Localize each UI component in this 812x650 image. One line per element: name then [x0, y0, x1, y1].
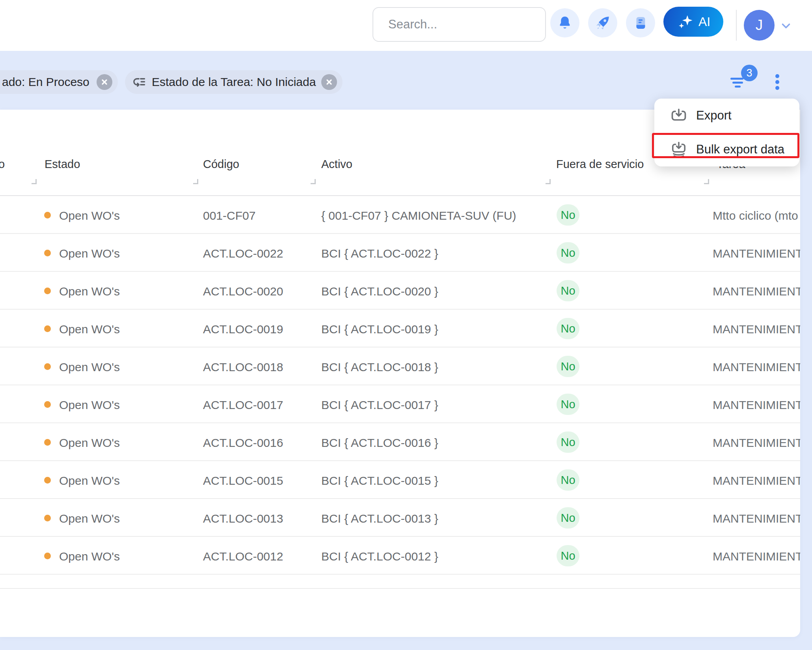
column-resize-handle[interactable]	[193, 179, 198, 184]
cell-tarea: Mtto ciclico (mto	[713, 209, 800, 222]
ai-button-label: AI	[698, 15, 710, 29]
column-resize-handle[interactable]	[311, 179, 316, 184]
status-dot-icon	[44, 553, 51, 559]
cell-activo: BCI { ACT.LOC-0019 }	[321, 323, 438, 336]
table-row[interactable]: Open WO's ACT.LOC-0020 BCI { ACT.LOC-002…	[0, 272, 800, 310]
kebab-menu-icon	[775, 74, 779, 78]
table-row[interactable]: Open WO's ACT.LOC-0015 BCI { ACT.LOC-001…	[0, 461, 800, 499]
status-badge: No	[557, 394, 579, 415]
cell-codigo: ACT.LOC-0013	[203, 512, 283, 525]
filter-chip-estado-tarea[interactable]: Estado de la Tarea: No Iniciada	[125, 70, 343, 94]
column-resize-handle[interactable]	[546, 179, 551, 184]
filter-count-value: 3	[746, 67, 752, 79]
table-end-strip	[0, 575, 800, 589]
ai-assistant-button[interactable]: AI	[663, 7, 723, 37]
avatar[interactable]: J	[744, 10, 775, 41]
top-bar: AI J	[0, 0, 812, 51]
status-badge: No	[557, 356, 579, 377]
cell-estado: Open WO's	[59, 512, 120, 525]
export-menu: Export Bulk export data	[654, 99, 799, 166]
menu-item-bulk-export[interactable]: Bulk export data	[654, 133, 799, 166]
table-row[interactable]: Open WO's ACT.LOC-0022 BCI { ACT.LOC-002…	[0, 234, 800, 272]
rocket-icon	[594, 15, 611, 31]
cell-estado: Open WO's	[59, 398, 120, 412]
status-dot-icon	[44, 212, 51, 219]
status-badge: No	[557, 280, 579, 301]
status-badge: No	[557, 507, 579, 529]
cell-codigo: ACT.LOC-0012	[203, 550, 283, 563]
table-row[interactable]: Open WO's ACT.LOC-0013 BCI { ACT.LOC-001…	[0, 499, 800, 537]
status-dot-icon	[44, 325, 51, 332]
account-menu-button[interactable]	[779, 19, 793, 32]
column-resize-handle[interactable]	[32, 179, 37, 184]
table-row[interactable]: Open WO's ACT.LOC-0016 BCI { ACT.LOC-001…	[0, 423, 800, 461]
criteria-list-icon	[132, 75, 146, 89]
cell-estado: Open WO's	[59, 360, 120, 374]
bulk-download-icon	[670, 140, 687, 159]
cell-codigo: ACT.LOC-0015	[203, 474, 283, 488]
status-dot-icon	[44, 515, 51, 521]
cell-codigo: ACT.LOC-0017	[203, 398, 283, 412]
cell-activo: BCI { ACT.LOC-0017 }	[321, 398, 438, 412]
docs-button[interactable]	[626, 8, 655, 37]
search-input[interactable]	[388, 17, 546, 32]
cell-activo: BCI { ACT.LOC-0015 }	[321, 474, 438, 488]
cell-activo: BCI { ACT.LOC-0013 }	[321, 512, 438, 525]
status-dot-icon	[44, 439, 51, 446]
cell-activo: BCI { ACT.LOC-0018 }	[321, 360, 438, 374]
cell-estado: Open WO's	[59, 209, 120, 222]
kebab-menu-icon	[775, 80, 779, 84]
cell-estado: Open WO's	[59, 323, 120, 336]
column-header-estado[interactable]: Estado	[45, 158, 80, 171]
remove-filter-button[interactable]	[97, 74, 112, 90]
status-dot-icon	[44, 401, 51, 408]
table-row[interactable]: Open WO's 001-CF07 { 001-CF07 } CAMIONET…	[0, 196, 800, 234]
cell-activo: { 001-CF07 } CAMIONETA-SUV (FU)	[321, 209, 516, 222]
funnel-icon	[732, 82, 743, 84]
cell-tarea: MANTENIMIENTO	[713, 360, 800, 374]
cell-codigo: 001-CF07	[203, 209, 255, 222]
filter-count-badge: 3	[741, 65, 758, 81]
table-body: Open WO's 001-CF07 { 001-CF07 } CAMIONET…	[0, 196, 800, 575]
table-row[interactable]: Open WO's ACT.LOC-0012 BCI { ACT.LOC-001…	[0, 537, 800, 575]
cell-activo: BCI { ACT.LOC-0020 }	[321, 285, 438, 298]
column-header-truncated[interactable]: o	[0, 158, 5, 171]
table-row[interactable]: Open WO's ACT.LOC-0018 BCI { ACT.LOC-001…	[0, 347, 800, 385]
cell-tarea: MANTENIMIENTO	[713, 247, 800, 260]
cell-estado: Open WO's	[59, 436, 120, 450]
sparkle-icon	[676, 13, 695, 31]
work-orders-table: o Estado Código Activo Fuera de servicio…	[0, 110, 800, 637]
kebab-menu-icon	[775, 86, 779, 90]
column-header-activo[interactable]: Activo	[321, 158, 352, 171]
cell-codigo: ACT.LOC-0022	[203, 247, 283, 260]
column-resize-handle[interactable]	[704, 179, 709, 184]
cell-codigo: ACT.LOC-0018	[203, 360, 283, 374]
menu-item-export[interactable]: Export	[654, 99, 799, 133]
filter-chip-label: ado: En Proceso	[2, 75, 89, 89]
table-row[interactable]: Open WO's ACT.LOC-0019 BCI { ACT.LOC-001…	[0, 310, 800, 347]
search-box[interactable]	[372, 7, 546, 42]
cell-codigo: ACT.LOC-0020	[203, 285, 283, 298]
cell-activo: BCI { ACT.LOC-0012 }	[321, 550, 438, 563]
cell-tarea: MANTENIMIENTO	[713, 512, 800, 525]
table-row[interactable]: Open WO's ACT.LOC-0017 BCI { ACT.LOC-001…	[0, 385, 800, 423]
cell-tarea: MANTENIMIENTO	[713, 550, 800, 563]
cell-estado: Open WO's	[59, 247, 120, 260]
app-screen: AI J ado: En Proceso	[0, 0, 812, 650]
column-header-codigo[interactable]: Código	[203, 158, 239, 171]
remove-filter-button[interactable]	[321, 74, 337, 90]
chevron-down-icon	[779, 19, 793, 32]
status-badge: No	[557, 242, 579, 263]
filter-chip-estado[interactable]: ado: En Proceso	[0, 70, 118, 94]
bell-icon	[557, 15, 573, 31]
column-header-fuera-de-servicio[interactable]: Fuera de servicio	[556, 158, 644, 171]
cell-activo: BCI { ACT.LOC-0016 }	[321, 436, 438, 450]
close-icon	[325, 78, 333, 86]
menu-item-label: Export	[696, 108, 732, 123]
notifications-button[interactable]	[550, 8, 579, 37]
cell-activo: BCI { ACT.LOC-0022 }	[321, 247, 438, 260]
whats-new-button[interactable]	[588, 8, 617, 37]
more-options-button[interactable]	[773, 73, 782, 92]
cell-tarea: MANTENIMIENTO	[713, 285, 800, 298]
book-icon	[632, 15, 649, 31]
